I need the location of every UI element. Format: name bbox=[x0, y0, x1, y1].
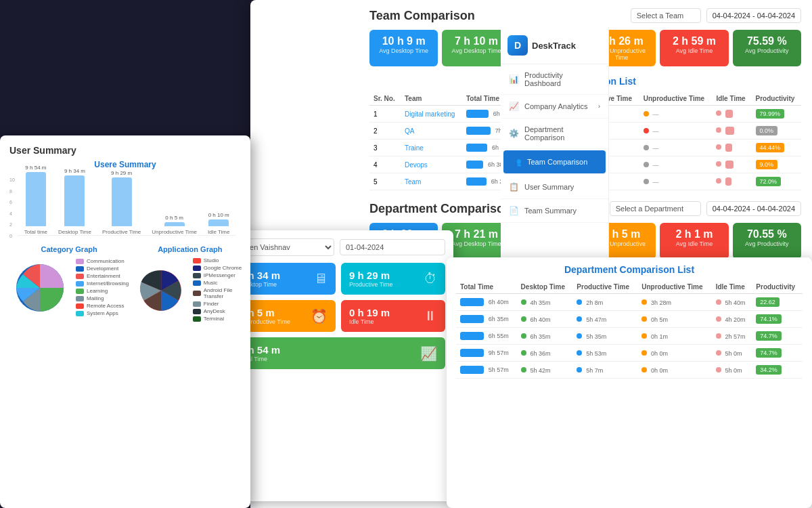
user-icon: 📋 bbox=[509, 182, 519, 192]
cell-idle bbox=[712, 123, 751, 140]
legend-label-mail: Mailing bbox=[87, 295, 104, 301]
sidebar-item-company-analytics[interactable]: 📈 Company Analytics › bbox=[501, 95, 608, 119]
sidebar-item-team-comparison[interactable]: 👥 Team Comparison bbox=[503, 150, 606, 174]
legend-learning: Learning bbox=[76, 288, 129, 294]
dept-idle-lbl: Avg Idle Time bbox=[667, 240, 721, 247]
dept-controls: Select a Department 04-04-2024 - 04-04-2… bbox=[610, 201, 801, 216]
cell-team[interactable]: QA bbox=[401, 123, 462, 140]
dept-productivity-card: 70.55 % Avg Productivity bbox=[733, 223, 801, 259]
cell-idle bbox=[712, 140, 751, 156]
dept-cell-unproductive: 0h 1m bbox=[637, 328, 711, 345]
dept-cell-productive: 5h 7m bbox=[572, 362, 637, 379]
middle-panel: Hiren Vaishnav 9 h 34 m Desktop Time 🖥 9… bbox=[223, 230, 453, 501]
cell-team[interactable]: Digital marketing bbox=[401, 106, 462, 123]
y-label-8: 8 bbox=[9, 189, 15, 194]
app-name: DeskTrack bbox=[532, 41, 576, 51]
dept-icon: ⚙️ bbox=[509, 129, 519, 138]
logo-icon: D bbox=[508, 35, 528, 56]
avg-desktop-lbl: Avg Desktop Time bbox=[376, 47, 431, 54]
app-chart-title: Application Graph bbox=[135, 245, 244, 253]
col-productivity: Productivity bbox=[752, 92, 802, 106]
legend-studio: Studio bbox=[193, 257, 245, 263]
cell-sr: 2 bbox=[369, 123, 401, 140]
bar-total: 9 h 54 m Total time bbox=[24, 165, 47, 235]
cell-sr: 5 bbox=[369, 173, 401, 190]
bar-desktop-rect bbox=[64, 175, 85, 226]
avg-desktop-time-card: 10 h 9 m Avg Desktop Time bbox=[369, 30, 438, 66]
cell-team[interactable]: Traine bbox=[401, 140, 462, 156]
team-select[interactable]: Select a Team bbox=[631, 8, 701, 23]
legend-label-ent: Entertainment bbox=[87, 273, 120, 279]
cell-productivity: 44.44% bbox=[752, 140, 802, 156]
app-chart-section: Application Graph Studio bbox=[135, 245, 244, 323]
bar-chart-area: 9 h 54 m Total time 9 h 34 m Desktop Tim… bbox=[18, 175, 237, 236]
cell-team[interactable]: Team bbox=[401, 173, 462, 190]
cell-unproductive: — bbox=[639, 173, 713, 190]
dept-desktop-lbl: Avg Desktop Time bbox=[449, 240, 503, 247]
table-row: 6h 40m 4h 35m 2h 8m 3h 28m 5h 40m 22.62 bbox=[456, 294, 803, 311]
cell-sr: 3 bbox=[369, 140, 401, 156]
bar-chart-wrapper: 0 2 4 6 8 10 9 h 54 m Total time 9 h 34 … bbox=[9, 175, 241, 238]
legend-label-chrome: Google Chrome bbox=[204, 265, 242, 271]
dept-title: Department Comparison bbox=[369, 202, 512, 216]
idle-time-val: 0 h 19 m bbox=[349, 307, 390, 318]
legend-ipmsg: IPMessenger bbox=[193, 272, 245, 278]
dept-list-title: Department Comparison List bbox=[456, 264, 803, 275]
cell-productivity: 0.0% bbox=[752, 123, 802, 140]
bar-unproductive-rect bbox=[164, 222, 185, 226]
legend-color-dev bbox=[76, 266, 84, 272]
cell-team[interactable]: Devops bbox=[401, 156, 462, 173]
dept-col-productivity: Productivity bbox=[752, 280, 803, 294]
cell-unproductive: — bbox=[639, 140, 713, 156]
bar-unproductive-label: Unproductive Time bbox=[152, 229, 197, 235]
legend-label-finder: Finder bbox=[204, 301, 219, 307]
cell-sr: 4 bbox=[369, 156, 401, 173]
col-idle: Idle Time bbox=[712, 92, 751, 106]
dept-cell-productivity: 74.1% bbox=[752, 311, 803, 328]
legend-color-remote bbox=[76, 303, 84, 309]
date-input[interactable] bbox=[340, 239, 445, 255]
dept-productivity-lbl: Avg Productivity bbox=[740, 240, 794, 247]
sidebar-label-dept: Department Comparison bbox=[524, 125, 600, 142]
dept-cell-productivity: 74.7% bbox=[752, 345, 803, 362]
avg-idle-val: 2 h 59 m bbox=[667, 35, 721, 47]
analytics-icon: 📈 bbox=[509, 102, 519, 111]
bar-idle-rect bbox=[208, 219, 229, 226]
sidebar-item-department-comparison[interactable]: ⚙️ Department Comparison bbox=[501, 119, 608, 149]
dept-cell-desktop: 6h 40m bbox=[517, 311, 573, 328]
dept-select[interactable]: Select a Department bbox=[610, 201, 701, 216]
legend-communication: Communication bbox=[76, 258, 129, 264]
dept-col-total: Total Time bbox=[456, 280, 517, 294]
dept-cell-productive: 5h 47m bbox=[572, 311, 637, 328]
sidebar-item-productivity-dashboard[interactable]: 📊 Productivity Dashboard bbox=[501, 64, 608, 95]
category-pie-svg bbox=[9, 257, 70, 318]
dept-cell-productive: 2h 8m bbox=[572, 294, 637, 311]
dept-col-idle: Idle Time bbox=[712, 280, 752, 294]
productive-time-card: 9 h 29 m Productive Time ⏱ bbox=[341, 263, 445, 295]
bar-unproductive-val: 0 h 5 m bbox=[165, 215, 183, 221]
bar-y-axis: 0 2 4 6 8 10 bbox=[9, 177, 15, 238]
y-label-2: 2 bbox=[9, 222, 15, 227]
legend-label-ipmsg: IPMessenger bbox=[204, 272, 235, 278]
sidebar-item-team-summary[interactable]: 📄 Team Summary bbox=[501, 199, 608, 223]
user-summary-panel: User Summary Usere Summary 0 2 4 6 8 10 … bbox=[0, 135, 250, 508]
legend-android: Android File Transfer bbox=[193, 287, 245, 299]
legend-color-comm bbox=[76, 259, 84, 264]
sidebar-item-user-summary[interactable]: 📋 User Summary bbox=[501, 175, 608, 199]
idle-time-info: 0 h 19 m Idle Time bbox=[349, 307, 390, 325]
legend-color-int bbox=[76, 281, 84, 287]
y-label-10: 10 bbox=[9, 177, 15, 182]
category-legend: Communication Development Entertainment … bbox=[76, 258, 129, 318]
dept-comparison-table: Total Time Desktop Time Productive Time … bbox=[456, 280, 803, 379]
bar-desktop-val: 9 h 34 m bbox=[64, 168, 85, 174]
cell-idle bbox=[712, 106, 751, 123]
category-chart-title: Category Graph bbox=[9, 245, 129, 253]
bar-desktop: 9 h 34 m Desktop Time bbox=[58, 168, 91, 235]
legend-anydesk: AnyDesk bbox=[193, 308, 245, 314]
time-cards-grid: 9 h 34 m Desktop Time 🖥 9 h 29 m Product… bbox=[231, 263, 445, 369]
legend-color-chrome bbox=[193, 266, 201, 271]
bar-productive: 9 h 29 m Productive Time bbox=[102, 170, 141, 235]
col-team: Team bbox=[401, 92, 462, 106]
dept-cell-desktop: 4h 35m bbox=[517, 294, 573, 311]
dept-cell-idle: 4h 20m bbox=[712, 311, 752, 328]
